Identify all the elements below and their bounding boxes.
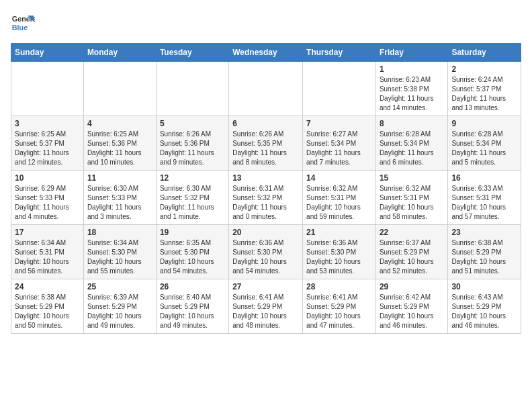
calendar-week-row: 10Sunrise: 6:29 AM Sunset: 5:33 PM Dayli…: [11, 171, 521, 225]
day-info: Sunrise: 6:29 AM Sunset: 5:33 PM Dayligh…: [15, 184, 80, 222]
svg-text:Blue: Blue: [12, 24, 28, 32]
calendar-cell: 28Sunrise: 6:41 AM Sunset: 5:29 PM Dayli…: [303, 279, 376, 334]
day-info: Sunrise: 6:24 AM Sunset: 5:37 PM Dayligh…: [451, 75, 517, 113]
calendar-cell: 19Sunrise: 6:35 AM Sunset: 5:30 PM Dayli…: [156, 225, 228, 279]
day-number: 21: [306, 228, 372, 237]
day-number: 12: [160, 173, 225, 183]
day-info: Sunrise: 6:30 AM Sunset: 5:32 PM Dayligh…: [160, 184, 225, 222]
calendar-cell: 18Sunrise: 6:34 AM Sunset: 5:30 PM Dayli…: [83, 225, 156, 279]
logo: General Blue: [11, 11, 35, 35]
day-number: 22: [380, 228, 444, 237]
day-number: 19: [160, 228, 225, 237]
page-header: General Blue: [11, 11, 521, 35]
day-number: 3: [15, 119, 80, 128]
calendar-week-row: 3Sunrise: 6:25 AM Sunset: 5:37 PM Daylig…: [11, 116, 521, 171]
day-info: Sunrise: 6:31 AM Sunset: 5:32 PM Dayligh…: [232, 184, 299, 222]
calendar-cell: 25Sunrise: 6:39 AM Sunset: 5:29 PM Dayli…: [83, 279, 156, 334]
day-info: Sunrise: 6:30 AM Sunset: 5:33 PM Dayligh…: [87, 184, 152, 222]
calendar-cell: 6Sunrise: 6:26 AM Sunset: 5:35 PM Daylig…: [229, 116, 303, 171]
calendar-cell: 1Sunrise: 6:23 AM Sunset: 5:38 PM Daylig…: [375, 62, 447, 116]
calendar-cell: 30Sunrise: 6:43 AM Sunset: 5:29 PM Dayli…: [448, 279, 521, 334]
day-info: Sunrise: 6:36 AM Sunset: 5:30 PM Dayligh…: [232, 238, 299, 276]
weekday-header: Saturday: [448, 44, 521, 62]
logo-icon: General Blue: [11, 11, 35, 35]
day-info: Sunrise: 6:37 AM Sunset: 5:29 PM Dayligh…: [380, 238, 444, 276]
day-number: 13: [232, 173, 299, 183]
calendar-cell: 9Sunrise: 6:28 AM Sunset: 5:34 PM Daylig…: [448, 116, 521, 171]
calendar-cell: [303, 62, 376, 116]
day-number: 2: [451, 64, 517, 74]
day-number: 27: [232, 282, 299, 291]
calendar-cell: 10Sunrise: 6:29 AM Sunset: 5:33 PM Dayli…: [11, 171, 84, 225]
calendar-cell: 14Sunrise: 6:32 AM Sunset: 5:31 PM Dayli…: [303, 171, 376, 225]
calendar-cell: 5Sunrise: 6:26 AM Sunset: 5:36 PM Daylig…: [156, 116, 228, 171]
calendar-cell: [156, 62, 228, 116]
calendar-cell: 29Sunrise: 6:42 AM Sunset: 5:29 PM Dayli…: [375, 279, 447, 334]
day-info: Sunrise: 6:39 AM Sunset: 5:29 PM Dayligh…: [87, 293, 152, 330]
day-info: Sunrise: 6:32 AM Sunset: 5:31 PM Dayligh…: [380, 184, 444, 222]
day-number: 26: [160, 282, 225, 291]
calendar-cell: 12Sunrise: 6:30 AM Sunset: 5:32 PM Dayli…: [156, 171, 228, 225]
day-number: 14: [306, 173, 372, 183]
day-number: 11: [87, 173, 152, 183]
calendar-cell: [229, 62, 303, 116]
day-number: 28: [306, 282, 372, 291]
day-info: Sunrise: 6:32 AM Sunset: 5:31 PM Dayligh…: [306, 184, 372, 222]
day-number: 8: [380, 119, 444, 128]
weekday-header: Friday: [375, 44, 447, 62]
day-number: 6: [232, 119, 299, 128]
day-info: Sunrise: 6:28 AM Sunset: 5:34 PM Dayligh…: [380, 130, 444, 167]
calendar-cell: 13Sunrise: 6:31 AM Sunset: 5:32 PM Dayli…: [229, 171, 303, 225]
day-number: 5: [160, 119, 225, 128]
weekday-header: Tuesday: [156, 44, 228, 62]
calendar-cell: 8Sunrise: 6:28 AM Sunset: 5:34 PM Daylig…: [375, 116, 447, 171]
day-number: 17: [15, 228, 80, 237]
calendar-cell: 16Sunrise: 6:33 AM Sunset: 5:31 PM Dayli…: [448, 171, 521, 225]
day-number: 1: [380, 64, 444, 74]
day-info: Sunrise: 6:26 AM Sunset: 5:36 PM Dayligh…: [160, 130, 225, 167]
calendar-cell: 23Sunrise: 6:38 AM Sunset: 5:29 PM Dayli…: [448, 225, 521, 279]
calendar-cell: 27Sunrise: 6:41 AM Sunset: 5:29 PM Dayli…: [229, 279, 303, 334]
calendar-week-row: 1Sunrise: 6:23 AM Sunset: 5:38 PM Daylig…: [11, 62, 521, 116]
day-number: 7: [306, 119, 372, 128]
calendar-week-row: 24Sunrise: 6:38 AM Sunset: 5:29 PM Dayli…: [11, 279, 521, 334]
calendar-cell: 22Sunrise: 6:37 AM Sunset: 5:29 PM Dayli…: [375, 225, 447, 279]
day-number: 15: [380, 173, 444, 183]
day-number: 4: [87, 119, 152, 128]
day-number: 16: [451, 173, 517, 183]
calendar-cell: 24Sunrise: 6:38 AM Sunset: 5:29 PM Dayli…: [11, 279, 84, 334]
day-number: 20: [232, 228, 299, 237]
header-row: SundayMondayTuesdayWednesdayThursdayFrid…: [11, 44, 521, 62]
calendar-table: SundayMondayTuesdayWednesdayThursdayFrid…: [11, 43, 521, 334]
weekday-header: Sunday: [11, 44, 84, 62]
day-info: Sunrise: 6:25 AM Sunset: 5:36 PM Dayligh…: [87, 130, 152, 167]
day-number: 9: [451, 119, 517, 128]
calendar-cell: 3Sunrise: 6:25 AM Sunset: 5:37 PM Daylig…: [11, 116, 84, 171]
weekday-header: Monday: [83, 44, 156, 62]
day-info: Sunrise: 6:27 AM Sunset: 5:34 PM Dayligh…: [306, 130, 372, 167]
day-number: 18: [87, 228, 152, 237]
calendar-cell: 4Sunrise: 6:25 AM Sunset: 5:36 PM Daylig…: [83, 116, 156, 171]
day-info: Sunrise: 6:26 AM Sunset: 5:35 PM Dayligh…: [232, 130, 299, 167]
day-info: Sunrise: 6:38 AM Sunset: 5:29 PM Dayligh…: [451, 238, 517, 276]
day-info: Sunrise: 6:23 AM Sunset: 5:38 PM Dayligh…: [380, 75, 444, 113]
calendar-cell: 21Sunrise: 6:36 AM Sunset: 5:30 PM Dayli…: [303, 225, 376, 279]
day-number: 10: [15, 173, 80, 183]
calendar-cell: 7Sunrise: 6:27 AM Sunset: 5:34 PM Daylig…: [303, 116, 376, 171]
calendar-cell: [11, 62, 84, 116]
day-info: Sunrise: 6:43 AM Sunset: 5:29 PM Dayligh…: [451, 293, 517, 330]
day-info: Sunrise: 6:42 AM Sunset: 5:29 PM Dayligh…: [380, 293, 444, 330]
calendar-cell: 26Sunrise: 6:40 AM Sunset: 5:29 PM Dayli…: [156, 279, 228, 334]
day-info: Sunrise: 6:40 AM Sunset: 5:29 PM Dayligh…: [160, 293, 225, 330]
day-info: Sunrise: 6:33 AM Sunset: 5:31 PM Dayligh…: [451, 184, 517, 222]
calendar-cell: 20Sunrise: 6:36 AM Sunset: 5:30 PM Dayli…: [229, 225, 303, 279]
day-number: 23: [451, 228, 517, 237]
day-number: 29: [380, 282, 444, 291]
day-info: Sunrise: 6:34 AM Sunset: 5:31 PM Dayligh…: [15, 238, 80, 276]
calendar-cell: [83, 62, 156, 116]
day-info: Sunrise: 6:35 AM Sunset: 5:30 PM Dayligh…: [160, 238, 225, 276]
day-number: 30: [451, 282, 517, 291]
calendar-cell: 17Sunrise: 6:34 AM Sunset: 5:31 PM Dayli…: [11, 225, 84, 279]
day-number: 25: [87, 282, 152, 291]
calendar-week-row: 17Sunrise: 6:34 AM Sunset: 5:31 PM Dayli…: [11, 225, 521, 279]
